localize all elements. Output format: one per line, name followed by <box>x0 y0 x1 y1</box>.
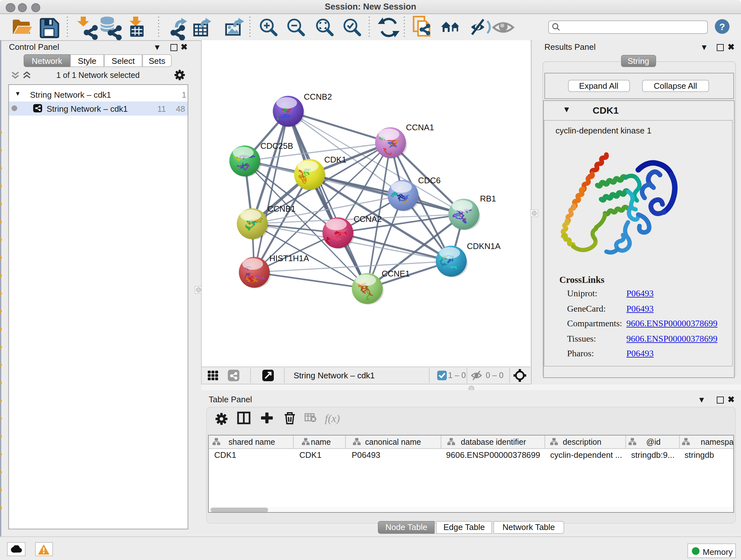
svg-text:canonical name: canonical name <box>365 437 421 446</box>
svg-text:shared name: shared name <box>228 437 275 446</box>
svg-text:CDK1: CDK1 <box>214 450 236 460</box>
svg-text:CCNB2: CCNB2 <box>304 92 332 102</box>
svg-text:CCNA1: CCNA1 <box>406 123 434 132</box>
svg-text:stringdb: stringdb <box>684 450 714 460</box>
svg-text:@id: @id <box>646 437 661 446</box>
svg-text:database identifier: database identifier <box>461 437 526 446</box>
svg-text:9606.ENSP00000378699: 9606.ENSP00000378699 <box>446 450 540 460</box>
svg-text:cyclin-dependent ...: cyclin-dependent ... <box>550 450 622 460</box>
svg-text:stringdb:9...: stringdb:9... <box>631 450 675 460</box>
svg-text:CDKN1A: CDKN1A <box>467 241 501 251</box>
svg-text:CDK1: CDK1 <box>324 155 346 165</box>
svg-text:0 – 0: 0 – 0 <box>486 371 503 380</box>
svg-text:f(x): f(x) <box>325 413 340 425</box>
svg-text:1 – 0: 1 – 0 <box>448 371 466 380</box>
svg-text:namespac: namespac <box>701 437 734 446</box>
svg-text:CDC6: CDC6 <box>418 176 441 185</box>
svg-text:name: name <box>311 437 331 446</box>
svg-text:CCNB1: CCNB1 <box>267 204 295 213</box>
svg-text:P06493: P06493 <box>352 450 381 460</box>
svg-text:description: description <box>563 437 602 446</box>
svg-text:CDK1: CDK1 <box>299 450 321 460</box>
svg-text:HIST1H1A: HIST1H1A <box>269 253 309 263</box>
svg-text:CCNE1: CCNE1 <box>382 269 410 278</box>
svg-text:CDC25B: CDC25B <box>260 141 293 151</box>
svg-text:String Network – cdk1: String Network – cdk1 <box>293 371 375 380</box>
svg-text:CCNA2: CCNA2 <box>354 214 382 224</box>
svg-text:RB1: RB1 <box>480 194 496 203</box>
